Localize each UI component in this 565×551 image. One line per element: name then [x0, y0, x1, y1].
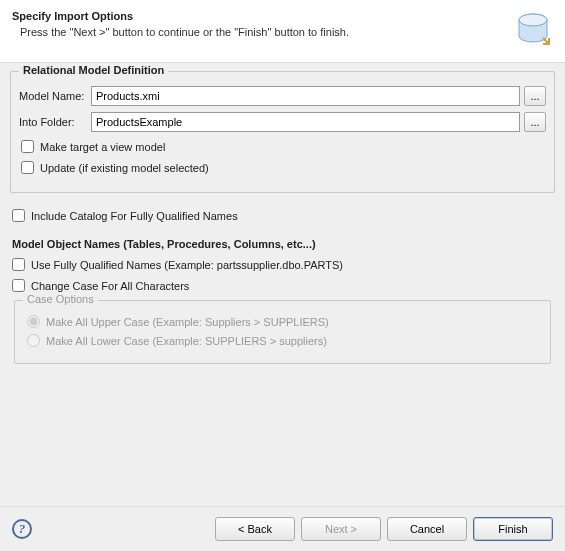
header-text-block: Specify Import Options Press the "Next >… [12, 10, 513, 50]
into-folder-input[interactable] [91, 112, 520, 132]
upper-case-radio [27, 315, 40, 328]
use-fqn-label: Use Fully Qualified Names (Example: part… [31, 259, 343, 271]
wizard-content: Relational Model Definition Model Name: … [0, 63, 565, 506]
wizard-header: Specify Import Options Press the "Next >… [0, 0, 565, 63]
into-folder-label: Into Folder: [19, 116, 91, 128]
model-name-label: Model Name: [19, 90, 91, 102]
relational-model-fieldset: Relational Model Definition Model Name: … [10, 71, 555, 193]
change-case-checkbox[interactable] [12, 279, 25, 292]
upper-case-label: Make All Upper Case (Example: Suppliers … [46, 316, 329, 328]
relational-legend: Relational Model Definition [19, 64, 168, 76]
back-button[interactable]: < Back [215, 517, 295, 541]
case-options-legend: Case Options [23, 293, 98, 305]
wizard-footer: ? < Back Next > Cancel Finish [0, 506, 565, 551]
use-fqn-row[interactable]: Use Fully Qualified Names (Example: part… [12, 258, 555, 271]
include-catalog-row[interactable]: Include Catalog For Fully Qualified Name… [12, 209, 555, 222]
lower-case-label: Make All Lower Case (Example: SUPPLIERS … [46, 335, 327, 347]
model-object-names-title: Model Object Names (Tables, Procedures, … [12, 238, 555, 250]
case-options-fieldset: Case Options Make All Upper Case (Exampl… [14, 300, 551, 364]
model-name-row: Model Name: ... [19, 86, 546, 106]
make-view-checkbox[interactable] [21, 140, 34, 153]
model-name-input[interactable] [91, 86, 520, 106]
make-view-label: Make target a view model [40, 141, 165, 153]
update-label: Update (if existing model selected) [40, 162, 209, 174]
svg-point-1 [519, 14, 547, 26]
include-catalog-label: Include Catalog For Fully Qualified Name… [31, 210, 238, 222]
change-case-row[interactable]: Change Case For All Characters [12, 279, 555, 292]
lower-case-radio [27, 334, 40, 347]
page-title: Specify Import Options [12, 10, 513, 22]
update-checkbox[interactable] [21, 161, 34, 174]
into-folder-row: Into Folder: ... [19, 112, 546, 132]
database-icon [513, 10, 553, 50]
page-subtitle: Press the "Next >" button to continue or… [20, 26, 513, 38]
help-icon[interactable]: ? [12, 519, 32, 539]
update-row[interactable]: Update (if existing model selected) [21, 161, 546, 174]
make-view-row[interactable]: Make target a view model [21, 140, 546, 153]
include-catalog-checkbox[interactable] [12, 209, 25, 222]
model-name-browse-button[interactable]: ... [524, 86, 546, 106]
upper-case-row: Make All Upper Case (Example: Suppliers … [27, 315, 542, 328]
into-folder-browse-button[interactable]: ... [524, 112, 546, 132]
lower-case-row: Make All Lower Case (Example: SUPPLIERS … [27, 334, 542, 347]
use-fqn-checkbox[interactable] [12, 258, 25, 271]
cancel-button[interactable]: Cancel [387, 517, 467, 541]
finish-button[interactable]: Finish [473, 517, 553, 541]
next-button: Next > [301, 517, 381, 541]
change-case-label: Change Case For All Characters [31, 280, 189, 292]
